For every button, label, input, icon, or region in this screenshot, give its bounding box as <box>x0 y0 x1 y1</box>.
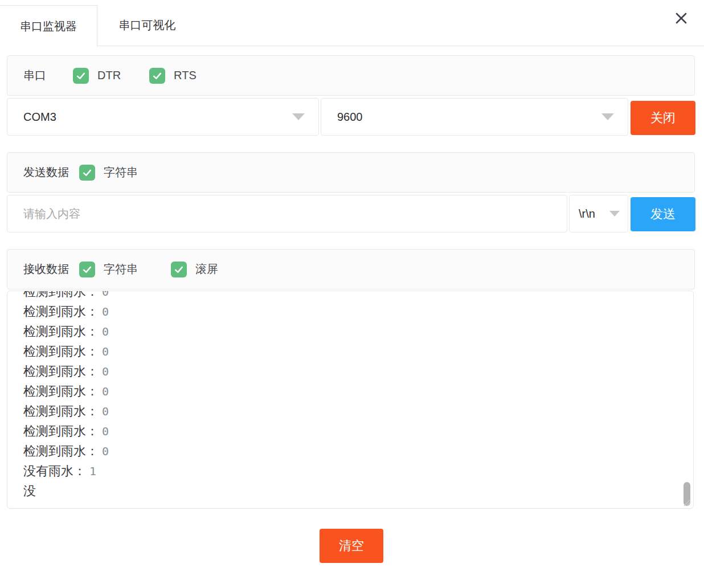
close-button[interactable] <box>671 8 691 28</box>
dtr-label: DTR <box>97 69 121 82</box>
tab-serial-visualization-label: 串口可视化 <box>119 18 176 33</box>
rts-label: RTS <box>174 69 197 82</box>
check-icon <box>152 70 163 81</box>
tabbar-divider <box>97 46 704 46</box>
port-select[interactable]: COM3 <box>7 98 319 136</box>
send-string-checkbox[interactable] <box>79 165 95 181</box>
port-close-button[interactable]: 关闭 <box>631 101 695 135</box>
receive-line: 没有雨水：1 <box>23 461 693 481</box>
check-icon <box>81 167 93 178</box>
receive-section-header: 接收数据 字符串 滚屏 <box>7 249 695 289</box>
port-select-value: COM3 <box>23 111 292 124</box>
autoscroll-label: 滚屏 <box>195 262 218 277</box>
serial-section-label: 串口 <box>23 68 46 83</box>
check-icon <box>75 70 87 81</box>
autoscroll-checkbox[interactable] <box>171 262 187 277</box>
chevron-down-icon <box>601 113 614 120</box>
serial-section-header: 串口 DTR RTS <box>7 55 695 96</box>
receive-line: 检测到雨水：0 <box>23 301 693 321</box>
serial-monitor-window: 串口监视器 串口可视化 串口 DTR RTS COM3 9600 关闭 发送数据 <box>0 0 704 588</box>
baud-select-value: 9600 <box>337 111 601 124</box>
send-section-header: 发送数据 字符串 <box>7 152 695 193</box>
baud-select[interactable]: 9600 <box>321 98 628 136</box>
send-button[interactable]: 发送 <box>631 197 695 231</box>
send-input[interactable] <box>7 195 567 232</box>
receive-output[interactable]: 检测到雨水：0 检测到雨水：0 检测到雨水：0 检测到雨水：0 检测到雨水：0 … <box>7 291 694 509</box>
receive-log: 检测到雨水：0 检测到雨水：0 检测到雨水：0 检测到雨水：0 检测到雨水：0 … <box>23 291 693 501</box>
receive-line: 检测到雨水：0 <box>23 441 693 461</box>
clear-button[interactable]: 清空 <box>320 529 383 563</box>
receive-line: 检测到雨水：0 <box>23 291 693 301</box>
receive-line: 检测到雨水：0 <box>23 421 693 441</box>
check-icon <box>81 264 93 275</box>
receive-line: 检测到雨水：0 <box>23 381 693 401</box>
receive-string-label: 字符串 <box>104 262 138 277</box>
receive-line: 检测到雨水：0 <box>23 361 693 381</box>
receive-line: 检测到雨水：0 <box>23 341 693 361</box>
receive-line: 检测到雨水：0 <box>23 401 693 421</box>
tab-serial-monitor[interactable]: 串口监视器 <box>0 5 97 47</box>
receive-string-checkbox[interactable] <box>79 262 95 277</box>
resize-grip-icon[interactable] <box>682 497 691 507</box>
receive-line: 没 <box>23 481 693 501</box>
chevron-down-icon <box>292 113 305 120</box>
rts-checkbox[interactable] <box>149 68 165 84</box>
send-string-label: 字符串 <box>104 165 138 180</box>
send-section-label: 发送数据 <box>23 165 69 180</box>
line-ending-value: \r\n <box>579 207 609 220</box>
receive-section-label: 接收数据 <box>23 262 69 277</box>
line-ending-select[interactable]: \r\n <box>569 195 628 232</box>
dtr-checkbox[interactable] <box>73 68 89 84</box>
tab-serial-monitor-label: 串口监视器 <box>20 19 77 34</box>
check-icon <box>173 264 185 275</box>
close-icon <box>674 11 689 26</box>
chevron-down-icon <box>609 211 620 217</box>
receive-line: 检测到雨水：0 <box>23 321 693 341</box>
tab-serial-visualization[interactable]: 串口可视化 <box>97 5 197 46</box>
